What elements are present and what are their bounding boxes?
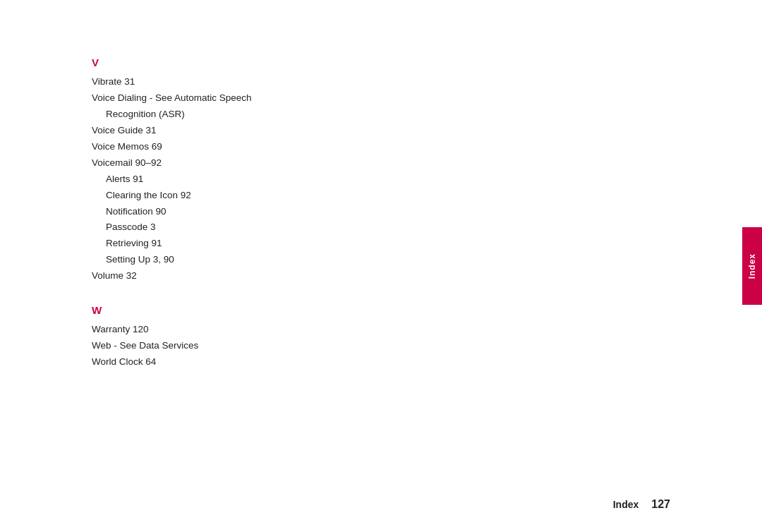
- index-entry: Clearing the Icon 92: [92, 188, 670, 204]
- index-entry: Voice Dialing - See Automatic Speech: [92, 90, 670, 107]
- index-entry: Vibrate 31: [92, 74, 670, 90]
- index-entry: Recognition (ASR): [92, 107, 670, 123]
- index-entry: Passcode 3: [92, 219, 670, 236]
- index-entry: Warranty 120: [92, 322, 670, 338]
- index-entry: Retrieving 91: [92, 236, 670, 252]
- index-entry: Setting Up 3, 90: [92, 252, 670, 268]
- sidebar-tab: Index: [742, 227, 762, 305]
- section-letter: V: [92, 56, 670, 68]
- index-entry: Volume 32: [92, 268, 670, 284]
- index-entry: World Clock 64: [92, 354, 670, 370]
- index-entry: Voice Guide 31: [92, 123, 670, 139]
- index-entry: Alerts 91: [92, 171, 670, 188]
- sidebar-tab-label: Index: [747, 253, 757, 279]
- page-content: VVibrate 31Voice Dialing - See Automatic…: [0, 0, 762, 532]
- footer: Index 127: [613, 498, 670, 511]
- index-entry: Voicemail 90–92: [92, 155, 670, 171]
- index-section: WWarranty 120Web - See Data ServicesWorl…: [92, 304, 670, 370]
- footer-label: Index: [613, 499, 639, 510]
- section-letter: W: [92, 304, 670, 316]
- index-entry: Web - See Data Services: [92, 338, 670, 354]
- index-entry: Voice Memos 69: [92, 139, 670, 155]
- index-section: VVibrate 31Voice Dialing - See Automatic…: [92, 56, 670, 284]
- footer-page: 127: [651, 498, 670, 511]
- index-entry: Notification 90: [92, 204, 670, 220]
